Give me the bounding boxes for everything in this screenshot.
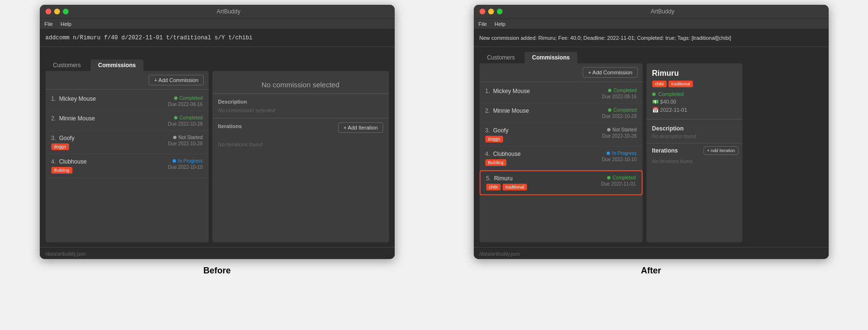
middle-panel-before: No commission selected Description No co… xyxy=(212,71,389,242)
left-panel-before: + Add Commission 1. Mickey Mouse xyxy=(46,71,209,242)
detail-divider-1 xyxy=(646,119,742,119)
commission-left-1: 1. Mickey Mouse xyxy=(51,95,96,102)
no-commission-header-before: No commission selected xyxy=(212,71,389,94)
commission-tags-4-before: Building xyxy=(51,167,87,174)
commission-item-1-before[interactable]: 1. Mickey Mouse Completed Due 2022-08-16 xyxy=(46,92,209,111)
due-3-before: Due 2022-10-28 xyxy=(168,141,202,146)
status-2-after: Completed xyxy=(602,107,636,113)
description-empty-before: No commission selected xyxy=(218,107,383,113)
status-3-after: Not Started xyxy=(602,127,636,132)
after-label: After xyxy=(641,266,661,276)
detail-no-iterations: No iterations found. xyxy=(646,157,742,166)
commission-right-4-before: In Progress Due 2022-10-10 xyxy=(168,158,202,170)
commission-name-4-before: 4. Clubhouse xyxy=(51,158,87,165)
menu-help-after[interactable]: Help xyxy=(494,21,505,27)
commission-item-3-after[interactable]: 3. Goofy doggo Not Started xyxy=(480,123,643,147)
detail-tag-traditional: traditional xyxy=(669,81,693,87)
status-4-after: In Progress xyxy=(602,151,636,156)
detail-status-after: Completed xyxy=(646,90,742,98)
minimize-button[interactable] xyxy=(54,9,60,14)
menu-help-before[interactable]: Help xyxy=(60,21,71,27)
status-bar-text-before: /data/artbuddy.json xyxy=(46,251,86,257)
detail-tag-chibi: chibi xyxy=(652,81,667,87)
close-button-after[interactable] xyxy=(480,9,485,14)
menu-file-after[interactable]: File xyxy=(479,21,487,27)
detail-tags-after: chibi traditional xyxy=(646,81,742,90)
status-1-after: Completed xyxy=(602,88,636,93)
notification-bar-after: New commission added: Rimuru; Fee: 40.0;… xyxy=(474,29,829,47)
tab-commissions-after[interactable]: Commissions xyxy=(525,52,578,63)
status-1-before: Completed xyxy=(168,95,202,101)
before-label: Before xyxy=(203,266,231,276)
detail-title-after: Rimuru xyxy=(646,63,742,81)
traffic-lights-before xyxy=(46,9,69,14)
tag-doggo-after: doggo xyxy=(485,136,503,142)
iterations-empty-before: No iterations found xyxy=(218,141,383,147)
commission-left-3: 3. Goofy doggo xyxy=(51,135,75,150)
description-label-before: Description xyxy=(218,99,383,105)
commission-list-after: 1. Mickey Mouse Completed Due 2022-08-16 xyxy=(480,82,643,242)
iterations-content-before: No iterations found xyxy=(212,137,389,152)
main-content-after: Customers Commissions + Add Commission xyxy=(474,47,829,247)
tag-doggo-before: doggo xyxy=(51,143,69,150)
detail-date-after: 📅 2022-11-01 xyxy=(646,106,742,117)
commission-name-1-after: 1. Mickey Mouse xyxy=(485,88,530,94)
status-5-after: Completed xyxy=(601,175,635,180)
iterations-label-before: Iterations xyxy=(218,123,242,129)
status-dot-4-before xyxy=(173,159,176,163)
commission-name-2-after: 2. Minnie Mouse xyxy=(485,107,529,114)
maximize-button[interactable] xyxy=(63,9,69,14)
maximize-button-after[interactable] xyxy=(497,9,503,14)
commission-list-before: 1. Mickey Mouse Completed Due 2022-08-16 xyxy=(46,90,209,242)
add-commission-button-before[interactable]: + Add Commission xyxy=(149,75,203,85)
commission-item-2-after[interactable]: 2. Minnie Mouse Completed Due 2022-10-28 xyxy=(480,104,643,123)
traffic-lights-after xyxy=(480,9,503,14)
close-button[interactable] xyxy=(46,9,51,14)
menu-bar-after: File Help xyxy=(474,18,829,29)
commission-item-4-after[interactable]: 4. Clubhouse Building In Progress xyxy=(480,147,643,170)
status-dot-3-before xyxy=(173,136,176,139)
menu-file-before[interactable]: File xyxy=(45,21,53,27)
panels-row-after: + Add Commission 1. Mickey Mouse xyxy=(474,63,829,247)
commission-left-4: 4. Clubhouse Building xyxy=(51,158,87,174)
panel-toolbar-after: + Add Commission xyxy=(480,63,643,82)
tag-building-before: Building xyxy=(51,167,72,174)
commission-item-2-before[interactable]: 2. Minnie Mouse Completed Due 2022-10-28 xyxy=(46,111,209,131)
before-window: ArtBuddy File Help addcomm n/Rimuru f/40… xyxy=(40,5,395,259)
status-3-before: Not Started xyxy=(168,135,202,140)
command-text-before: addcomm n/Rimuru f/40 d/2022-11-01 t/tra… xyxy=(46,35,253,41)
commission-left-2: 2. Minnie Mouse xyxy=(51,115,95,122)
title-bar-after: ArtBuddy xyxy=(474,5,829,18)
main-content-before: Customers Commissions + Add Commission xyxy=(40,55,395,247)
tab-customers-before[interactable]: Customers xyxy=(46,59,89,71)
tabs-after: Customers Commissions xyxy=(474,47,829,63)
status-bar-after: /data/artbuddy.json xyxy=(474,247,829,259)
add-iteration-button-after[interactable]: + Add Iteration xyxy=(704,146,738,155)
due-1-before: Due 2022-08-16 xyxy=(168,102,202,107)
commission-name-1-before: 1. Mickey Mouse xyxy=(51,95,96,102)
commission-item-4-before[interactable]: 4. Clubhouse Building In Progress xyxy=(46,154,209,178)
tab-customers-after[interactable]: Customers xyxy=(480,52,523,63)
add-iteration-button-before[interactable]: + Add Iteration xyxy=(338,122,383,133)
commission-right-2-before: Completed Due 2022-10-28 xyxy=(168,115,202,127)
add-commission-button-after[interactable]: + Add Commission xyxy=(583,67,637,78)
status-bar-before: /data/artbuddy.json xyxy=(40,247,395,259)
status-4-before: In Progress xyxy=(168,158,202,164)
commission-item-3-before[interactable]: 3. Goofy doggo Not Started xyxy=(46,131,209,154)
notification-text-after: New commission added: Rimuru; Fee: 40.0;… xyxy=(480,35,731,41)
panel-toolbar-before: + Add Commission xyxy=(46,71,209,90)
commission-item-5-after[interactable]: 5. Rimuru chibi traditional xyxy=(480,170,643,195)
command-bar-before: addcomm n/Rimuru f/40 d/2022-11-01 t/tra… xyxy=(40,29,395,47)
tab-commissions-before[interactable]: Commissions xyxy=(91,59,144,71)
status-2-before: Completed xyxy=(168,115,202,120)
detail-description-label: Description xyxy=(646,121,742,134)
after-container: ArtBuddy File Help New commission added:… xyxy=(434,0,868,281)
before-container: ArtBuddy File Help addcomm n/Rimuru f/40… xyxy=(0,0,434,281)
description-section-before: Description No commission selected xyxy=(212,94,389,118)
detail-fee-after: 💵 $40.00 xyxy=(646,98,742,106)
after-window: ArtBuddy File Help New commission added:… xyxy=(474,5,829,259)
commission-right-3-before: Not Started Due 2022-10-28 xyxy=(168,135,202,146)
window-title-before: ArtBuddy xyxy=(69,8,389,15)
commission-item-1-after[interactable]: 1. Mickey Mouse Completed Due 2022-08-16 xyxy=(480,84,643,104)
minimize-button-after[interactable] xyxy=(488,9,494,14)
